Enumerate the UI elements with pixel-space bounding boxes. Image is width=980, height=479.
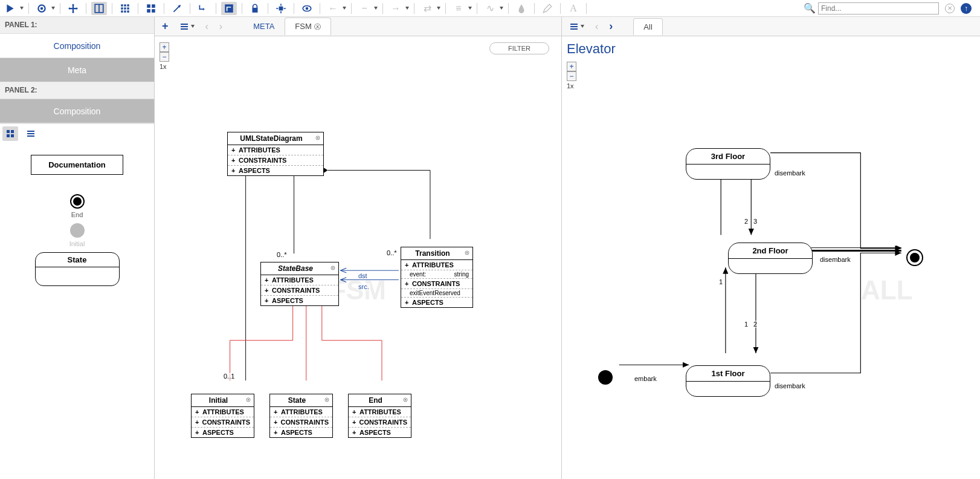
- svg-rect-13: [127, 10, 129, 12]
- zoom-out[interactable]: −: [160, 52, 169, 62]
- palette-documentation[interactable]: Documentation: [31, 155, 123, 175]
- text-a-icon[interactable]: A: [566, 2, 581, 15]
- svg-point-51: [326, 399, 327, 400]
- palette-initial-node[interactable]: [70, 223, 85, 238]
- play-dropdown[interactable]: [20, 7, 24, 10]
- drop-icon[interactable]: [514, 2, 529, 15]
- nav-back[interactable]: ‹: [203, 20, 211, 33]
- svg-rect-30: [27, 131, 34, 132]
- svg-marker-0: [7, 4, 13, 13]
- svg-rect-5: [121, 4, 123, 6]
- svg-rect-21: [225, 4, 233, 13]
- split-panel-icon[interactable]: [91, 2, 107, 15]
- svg-rect-23: [279, 6, 283, 10]
- palette-initial-label: Initial: [69, 240, 85, 247]
- node-3rd-floor[interactable]: 3rd Floor: [686, 148, 770, 180]
- grid-large-icon[interactable]: [143, 2, 159, 15]
- right-nav-back[interactable]: ‹: [593, 20, 601, 33]
- move-all-icon[interactable]: [273, 2, 289, 15]
- uml-transition[interactable]: Transition +ATTRIBUTES event:string +CON…: [401, 247, 473, 308]
- svg-rect-17: [152, 9, 155, 13]
- svg-rect-55: [570, 26, 578, 27]
- arrow-left-icon[interactable]: ←: [325, 2, 341, 15]
- tab-meta[interactable]: META: [243, 18, 285, 35]
- search-icon: 🔍: [804, 2, 816, 14]
- svg-rect-16: [147, 9, 150, 13]
- uml-statebase[interactable]: StateBase +ATTRIBUTES +CONSTRAINTS +ASPE…: [260, 262, 339, 306]
- grid-small-icon[interactable]: [117, 2, 133, 15]
- right-panel: ‹ › All Elevator + − 1x ALL: [562, 17, 980, 479]
- node-2nd-floor[interactable]: 2nd Floor: [728, 243, 813, 274]
- main-toolbar: ← − → ⇄ ≡ ∿ A 🔍 ✕ ↑: [0, 0, 980, 17]
- add-button[interactable]: +: [160, 19, 171, 34]
- svg-rect-7: [127, 4, 129, 6]
- uml-umlstatediagram[interactable]: UMLStateDiagram +ATTRIBUTES +CONSTRAINTS…: [227, 132, 324, 176]
- lock-icon[interactable]: [247, 2, 263, 15]
- tab-all[interactable]: All: [633, 18, 662, 35]
- right-canvas[interactable]: Elevator + − 1x ALL: [562, 36, 980, 479]
- svg-rect-31: [27, 133, 34, 134]
- palette-end-label: End: [71, 211, 83, 218]
- svg-point-53: [405, 399, 406, 400]
- panel1-meta[interactable]: Meta: [0, 58, 154, 82]
- uml-state[interactable]: State +ATTRIBUTES +CONSTRAINTS +ASPECTS: [269, 394, 333, 438]
- svg-rect-35: [181, 28, 188, 30]
- palette-list-view[interactable]: [23, 126, 39, 141]
- align-h-icon[interactable]: ⇄: [419, 2, 435, 15]
- svg-point-2: [40, 7, 44, 10]
- gear-dropdown[interactable]: [51, 7, 55, 10]
- align-v-icon[interactable]: ≡: [451, 2, 466, 15]
- svg-rect-34: [181, 26, 188, 27]
- right-list-button[interactable]: [567, 21, 587, 33]
- uml-initial[interactable]: Initial +ATTRIBUTES +CONSTRAINTS +ASPECT…: [191, 394, 254, 438]
- list-button[interactable]: [177, 21, 197, 33]
- tab-fsm[interactable]: FSMⓧ: [285, 18, 330, 35]
- svg-rect-28: [7, 134, 10, 137]
- left-panel: PANEL 1: Composition Meta PANEL 2: Compo…: [0, 17, 155, 479]
- svg-rect-54: [570, 24, 578, 25]
- svg-point-47: [466, 252, 468, 253]
- filter-button[interactable]: FILTER: [489, 42, 549, 54]
- svg-rect-29: [11, 134, 14, 137]
- right-zoom-label: 1x: [567, 82, 576, 90]
- svg-rect-32: [27, 135, 34, 137]
- svg-rect-10: [127, 7, 129, 9]
- svg-rect-33: [181, 24, 188, 25]
- clear-search-icon[interactable]: ✕: [945, 4, 955, 13]
- svg-rect-12: [124, 10, 126, 12]
- panel1-composition[interactable]: Composition: [0, 34, 154, 58]
- gear-icon[interactable]: [34, 2, 50, 15]
- arrow-right-icon[interactable]: →: [388, 2, 404, 15]
- palette-state-node[interactable]: State: [35, 252, 120, 286]
- svg-rect-8: [121, 7, 123, 9]
- right-nav-fwd[interactable]: ›: [607, 19, 615, 34]
- arrow-diag-icon[interactable]: [169, 2, 185, 15]
- find-input[interactable]: [818, 2, 939, 15]
- svg-point-45: [332, 267, 334, 269]
- right-watermark: ALL: [861, 275, 913, 305]
- minus-icon[interactable]: −: [356, 2, 372, 15]
- nav-fwd[interactable]: ›: [217, 20, 225, 33]
- play-icon[interactable]: [2, 2, 18, 15]
- uml-end[interactable]: End +ATTRIBUTES +CONSTRAINTS +ASPECTS: [348, 394, 411, 438]
- node-final[interactable]: [906, 249, 923, 266]
- node-1st-floor[interactable]: 1st Floor: [686, 365, 770, 397]
- center-canvas[interactable]: + − 1x FILTER FSM: [155, 36, 561, 479]
- palette-grid-view[interactable]: [2, 126, 18, 141]
- svg-marker-20: [203, 7, 204, 10]
- eye-icon[interactable]: [299, 2, 315, 15]
- svg-rect-11: [121, 10, 123, 12]
- node-initial[interactable]: [598, 370, 613, 385]
- arrow-elbow-icon[interactable]: [195, 2, 211, 15]
- palette-end-node[interactable]: [70, 194, 85, 209]
- move-icon[interactable]: [65, 2, 81, 15]
- right-zoom-in[interactable]: +: [567, 62, 576, 71]
- curve-icon[interactable]: ∿: [482, 2, 498, 15]
- close-tab-icon: ⓧ: [314, 23, 321, 30]
- upload-icon[interactable]: ↑: [961, 3, 972, 14]
- pencil-icon[interactable]: [540, 2, 555, 15]
- panel2-composition[interactable]: Composition: [0, 99, 154, 123]
- right-zoom-out[interactable]: −: [567, 71, 576, 81]
- route-icon[interactable]: [221, 2, 237, 15]
- zoom-in[interactable]: +: [160, 42, 169, 52]
